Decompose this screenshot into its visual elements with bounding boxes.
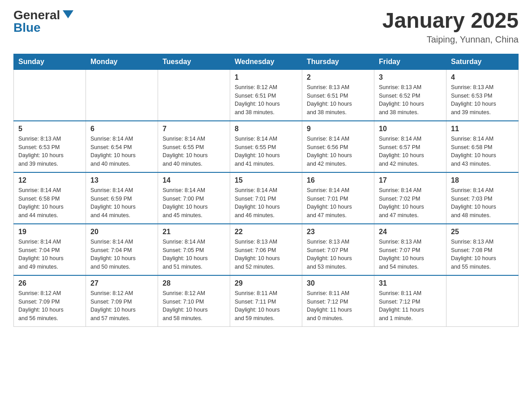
day-number: 8 <box>235 125 297 133</box>
day-number: 14 <box>163 176 225 184</box>
day-info: Sunrise: 8:14 AM Sunset: 6:56 PM Dayligh… <box>307 135 369 168</box>
day-number: 4 <box>451 73 514 81</box>
calendar-cell: 15Sunrise: 8:14 AM Sunset: 7:01 PM Dayli… <box>230 172 302 224</box>
calendar-cell: 8Sunrise: 8:14 AM Sunset: 6:55 PM Daylig… <box>230 121 302 172</box>
calendar-weekday-friday: Friday <box>374 54 446 69</box>
day-number: 22 <box>235 228 297 236</box>
day-info: Sunrise: 8:14 AM Sunset: 7:04 PM Dayligh… <box>18 238 81 271</box>
calendar-week-row: 1Sunrise: 8:12 AM Sunset: 6:51 PM Daylig… <box>14 69 519 121</box>
calendar-cell: 7Sunrise: 8:14 AM Sunset: 6:55 PM Daylig… <box>158 121 230 172</box>
calendar-cell: 18Sunrise: 8:14 AM Sunset: 7:03 PM Dayli… <box>446 172 519 224</box>
day-info: Sunrise: 8:12 AM Sunset: 7:09 PM Dayligh… <box>18 289 81 323</box>
day-info: Sunrise: 8:14 AM Sunset: 7:04 PM Dayligh… <box>90 238 153 271</box>
day-number: 30 <box>307 279 369 287</box>
day-number: 25 <box>451 228 514 236</box>
day-info: Sunrise: 8:14 AM Sunset: 6:58 PM Dayligh… <box>18 186 81 220</box>
day-number: 5 <box>18 125 81 133</box>
day-number: 10 <box>379 125 442 133</box>
calendar-cell: 12Sunrise: 8:14 AM Sunset: 6:58 PM Dayli… <box>14 172 86 224</box>
day-number: 29 <box>235 279 297 287</box>
day-number: 6 <box>90 125 153 133</box>
calendar-week-row: 26Sunrise: 8:12 AM Sunset: 7:09 PM Dayli… <box>14 275 519 327</box>
day-info: Sunrise: 8:13 AM Sunset: 7:08 PM Dayligh… <box>451 238 514 271</box>
day-info: Sunrise: 8:14 AM Sunset: 6:55 PM Dayligh… <box>163 135 225 168</box>
calendar-header-row: SundayMondayTuesdayWednesdayThursdayFrid… <box>14 54 519 69</box>
calendar-cell: 17Sunrise: 8:14 AM Sunset: 7:02 PM Dayli… <box>374 172 446 224</box>
calendar-cell: 27Sunrise: 8:12 AM Sunset: 7:09 PM Dayli… <box>86 275 158 327</box>
calendar-week-row: 19Sunrise: 8:14 AM Sunset: 7:04 PM Dayli… <box>14 224 519 275</box>
calendar-cell: 5Sunrise: 8:13 AM Sunset: 6:53 PM Daylig… <box>14 121 86 172</box>
calendar-cell <box>446 275 519 327</box>
day-number: 21 <box>163 228 225 236</box>
calendar-cell: 25Sunrise: 8:13 AM Sunset: 7:08 PM Dayli… <box>446 224 519 275</box>
calendar-cell: 4Sunrise: 8:13 AM Sunset: 6:53 PM Daylig… <box>446 69 519 121</box>
day-number: 26 <box>18 279 81 287</box>
page-header: General Blue January 2025 Taiping, Yunna… <box>13 9 519 45</box>
day-number: 13 <box>90 176 153 184</box>
day-info: Sunrise: 8:14 AM Sunset: 7:00 PM Dayligh… <box>163 186 225 220</box>
day-info: Sunrise: 8:11 AM Sunset: 7:12 PM Dayligh… <box>379 289 442 323</box>
calendar-cell: 26Sunrise: 8:12 AM Sunset: 7:09 PM Dayli… <box>14 275 86 327</box>
calendar-cell: 6Sunrise: 8:14 AM Sunset: 6:54 PM Daylig… <box>86 121 158 172</box>
logo: General Blue <box>13 9 73 34</box>
day-number: 23 <box>307 228 369 236</box>
calendar-cell: 30Sunrise: 8:11 AM Sunset: 7:12 PM Dayli… <box>302 275 374 327</box>
day-info: Sunrise: 8:13 AM Sunset: 6:53 PM Dayligh… <box>18 135 81 168</box>
day-info: Sunrise: 8:14 AM Sunset: 6:58 PM Dayligh… <box>451 135 514 168</box>
day-info: Sunrise: 8:14 AM Sunset: 6:59 PM Dayligh… <box>90 186 153 220</box>
day-number: 17 <box>379 176 442 184</box>
calendar-weekday-saturday: Saturday <box>446 54 519 69</box>
day-info: Sunrise: 8:14 AM Sunset: 6:55 PM Dayligh… <box>235 135 297 168</box>
day-number: 18 <box>451 176 514 184</box>
calendar-cell: 21Sunrise: 8:14 AM Sunset: 7:05 PM Dayli… <box>158 224 230 275</box>
day-info: Sunrise: 8:13 AM Sunset: 6:51 PM Dayligh… <box>307 83 369 117</box>
day-info: Sunrise: 8:14 AM Sunset: 7:05 PM Dayligh… <box>163 238 225 271</box>
calendar-cell: 10Sunrise: 8:14 AM Sunset: 6:57 PM Dayli… <box>374 121 446 172</box>
day-number: 9 <box>307 125 369 133</box>
location-title: Taiping, Yunnan, China <box>382 34 519 45</box>
calendar-table: SundayMondayTuesdayWednesdayThursdayFrid… <box>13 54 519 327</box>
calendar-weekday-thursday: Thursday <box>302 54 374 69</box>
day-number: 31 <box>379 279 442 287</box>
day-number: 28 <box>163 279 225 287</box>
day-info: Sunrise: 8:13 AM Sunset: 7:07 PM Dayligh… <box>379 238 442 271</box>
calendar-cell: 31Sunrise: 8:11 AM Sunset: 7:12 PM Dayli… <box>374 275 446 327</box>
calendar-cell: 23Sunrise: 8:13 AM Sunset: 7:07 PM Dayli… <box>302 224 374 275</box>
month-title: January 2025 <box>382 9 519 33</box>
day-info: Sunrise: 8:14 AM Sunset: 7:01 PM Dayligh… <box>235 186 297 220</box>
day-info: Sunrise: 8:12 AM Sunset: 6:51 PM Dayligh… <box>235 83 297 117</box>
day-number: 7 <box>163 125 225 133</box>
calendar-cell: 22Sunrise: 8:13 AM Sunset: 7:06 PM Dayli… <box>230 224 302 275</box>
calendar-weekday-wednesday: Wednesday <box>230 54 302 69</box>
day-info: Sunrise: 8:12 AM Sunset: 7:10 PM Dayligh… <box>163 289 225 323</box>
day-number: 2 <box>307 73 369 81</box>
calendar-cell: 3Sunrise: 8:13 AM Sunset: 6:52 PM Daylig… <box>374 69 446 121</box>
calendar-weekday-sunday: Sunday <box>14 54 86 69</box>
calendar-week-row: 12Sunrise: 8:14 AM Sunset: 6:58 PM Dayli… <box>14 172 519 224</box>
day-number: 24 <box>379 228 442 236</box>
calendar-cell <box>86 69 158 121</box>
day-info: Sunrise: 8:11 AM Sunset: 7:11 PM Dayligh… <box>235 289 297 323</box>
day-number: 15 <box>235 176 297 184</box>
calendar-cell: 20Sunrise: 8:14 AM Sunset: 7:04 PM Dayli… <box>86 224 158 275</box>
calendar-cell: 16Sunrise: 8:14 AM Sunset: 7:01 PM Dayli… <box>302 172 374 224</box>
calendar-cell: 28Sunrise: 8:12 AM Sunset: 7:10 PM Dayli… <box>158 275 230 327</box>
day-info: Sunrise: 8:14 AM Sunset: 6:54 PM Dayligh… <box>90 135 153 168</box>
logo-blue: Blue <box>13 21 41 34</box>
day-info: Sunrise: 8:13 AM Sunset: 7:07 PM Dayligh… <box>307 238 369 271</box>
calendar-cell: 14Sunrise: 8:14 AM Sunset: 7:00 PM Dayli… <box>158 172 230 224</box>
calendar-cell <box>158 69 230 121</box>
day-number: 20 <box>90 228 153 236</box>
day-info: Sunrise: 8:12 AM Sunset: 7:09 PM Dayligh… <box>90 289 153 323</box>
day-number: 1 <box>235 73 297 81</box>
calendar-cell: 19Sunrise: 8:14 AM Sunset: 7:04 PM Dayli… <box>14 224 86 275</box>
day-number: 16 <box>307 176 369 184</box>
calendar-cell: 1Sunrise: 8:12 AM Sunset: 6:51 PM Daylig… <box>230 69 302 121</box>
day-number: 12 <box>18 176 81 184</box>
day-info: Sunrise: 8:14 AM Sunset: 6:57 PM Dayligh… <box>379 135 442 168</box>
calendar-cell: 2Sunrise: 8:13 AM Sunset: 6:51 PM Daylig… <box>302 69 374 121</box>
calendar-cell: 24Sunrise: 8:13 AM Sunset: 7:07 PM Dayli… <box>374 224 446 275</box>
day-info: Sunrise: 8:14 AM Sunset: 7:03 PM Dayligh… <box>451 186 514 220</box>
day-info: Sunrise: 8:13 AM Sunset: 7:06 PM Dayligh… <box>235 238 297 271</box>
day-number: 11 <box>451 125 514 133</box>
